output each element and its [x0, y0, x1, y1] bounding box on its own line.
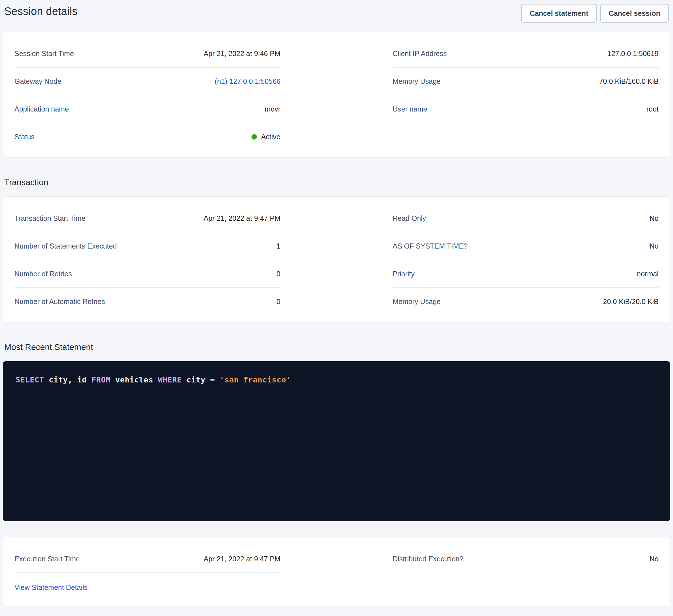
row-value: 127.0.0.1:50619 [607, 49, 659, 58]
row-label: Read Only [393, 214, 426, 223]
transaction-summary-card: Transaction Start Time Apr 21, 2022 at 9… [3, 197, 670, 322]
cancel-session-button[interactable]: Cancel session [600, 4, 669, 23]
row-label: Number of Retries [14, 270, 72, 278]
transaction-left-column: Transaction Start Time Apr 21, 2022 at 9… [14, 205, 280, 315]
row-value: root [646, 105, 659, 113]
row-value: No [650, 214, 659, 223]
row-label: Distributed Execution? [393, 555, 463, 563]
row-label: Priority [393, 270, 415, 278]
view-statement-details-row: View Statement Details [14, 573, 280, 594]
session-details-page: Session details Cancel statement Cancel … [0, 0, 673, 616]
view-statement-details-link[interactable]: View Statement Details [14, 583, 87, 591]
sql-statement-code: SELECT city, id FROM vehicles WHERE city… [16, 375, 657, 385]
row-value: Apr 21, 2022 at 9:46 PM [204, 49, 280, 58]
row-label: Transaction Start Time [14, 214, 85, 223]
row-label: Status [14, 132, 35, 141]
row-value: 20.0 KiB/20.0 KiB [603, 297, 659, 306]
row-value: movr [264, 105, 280, 113]
session-summary-card: Session Start Time Apr 21, 2022 at 9:46 … [3, 32, 670, 158]
summary-row-transaction-start-time: Transaction Start Time Apr 21, 2022 at 9… [14, 205, 280, 232]
sql-token-keyword: FROM [91, 375, 110, 384]
summary-row-priority: Priority normal [393, 260, 659, 288]
row-value: Apr 21, 2022 at 9:47 PM [204, 214, 280, 223]
session-status: Active [251, 132, 280, 141]
summary-row-statements-executed: Number of Statements Executed 1 [14, 232, 280, 260]
sql-token-plain: vehicles [110, 375, 158, 384]
page-title: Session details [4, 4, 77, 19]
summary-row-user-name: User name root [393, 95, 659, 122]
row-value: No [650, 555, 659, 563]
transaction-summary-grid: Transaction Start Time Apr 21, 2022 at 9… [3, 197, 670, 322]
row-label: Gateway Node [14, 77, 61, 85]
summary-row-distributed-execution: Distributed Execution? No [393, 545, 659, 572]
sql-token-keyword: WHERE [158, 375, 182, 384]
row-value: normal [637, 270, 659, 278]
row-value: 0 [276, 270, 280, 278]
row-label: AS OF SYSTEM TIME? [393, 242, 468, 250]
session-summary-left-column: Session Start Time Apr 21, 2022 at 9:46 … [14, 40, 280, 150]
summary-row-number-of-retries: Number of Retries 0 [14, 260, 280, 288]
session-summary-grid: Session Start Time Apr 21, 2022 at 9:46 … [3, 32, 670, 157]
row-value: Apr 21, 2022 at 9:47 PM [204, 555, 280, 563]
sql-token-string: 'san francisco' [220, 375, 291, 384]
execution-left-column: Execution Start Time Apr 21, 2022 at 9:4… [14, 545, 280, 594]
row-label: User name [393, 105, 427, 113]
summary-row-client-ip: Client IP Address 127.0.0.1:50619 [393, 40, 659, 68]
summary-row-execution-start-time: Execution Start Time Apr 21, 2022 at 9:4… [14, 545, 280, 573]
most-recent-statement-heading: Most Recent Statement [4, 342, 669, 352]
row-label: Client IP Address [393, 49, 447, 58]
status-active-dot-icon [251, 134, 257, 139]
execution-right-column: Distributed Execution? No [393, 545, 659, 572]
transaction-section-heading: Transaction [4, 177, 669, 188]
status-badge: Active [261, 132, 280, 141]
summary-row-as-of-system-time: AS OF SYSTEM TIME? No [393, 232, 659, 260]
page-header: Session details Cancel statement Cancel … [3, 4, 670, 23]
row-value: 1 [276, 242, 280, 250]
row-label: Application name [14, 105, 69, 113]
header-actions: Cancel statement Cancel session [521, 4, 669, 23]
row-label: Memory Usage [393, 297, 441, 306]
summary-row-read-only: Read Only No [393, 205, 659, 232]
row-label: Number of Statements Executed [14, 242, 117, 250]
row-label: Memory Usage [393, 77, 441, 85]
summary-row-status: Status Active [14, 123, 280, 150]
gateway-node-link[interactable]: (n1) 127.0.0.1:50566 [215, 77, 280, 85]
row-label: Session Start Time [14, 49, 74, 58]
sql-token-plain: city, id [44, 375, 92, 384]
cancel-statement-button[interactable]: Cancel statement [521, 4, 597, 23]
row-label: Execution Start Time [14, 555, 80, 563]
row-value: 0 [276, 297, 280, 306]
summary-row-application-name: Application name movr [14, 95, 280, 123]
summary-row-transaction-memory-usage: Memory Usage 20.0 KiB/20.0 KiB [393, 288, 659, 315]
row-value: No [650, 242, 659, 250]
execution-summary-grid: Execution Start Time Apr 21, 2022 at 9:4… [3, 537, 670, 606]
summary-row-session-start-time: Session Start Time Apr 21, 2022 at 9:46 … [14, 40, 280, 68]
sql-token-plain: city = [182, 375, 220, 384]
summary-row-gateway-node: Gateway Node (n1) 127.0.0.1:50566 [14, 68, 280, 95]
execution-summary-card: Execution Start Time Apr 21, 2022 at 9:4… [3, 537, 670, 606]
sql-token-keyword: SELECT [16, 375, 44, 384]
summary-row-session-memory-usage: Memory Usage 70.0 KiB/160.0 KiB [393, 68, 659, 95]
row-value: 70.0 KiB/160.0 KiB [599, 77, 659, 85]
row-label: Number of Automatic Retries [14, 297, 105, 306]
transaction-right-column: Read Only No AS OF SYSTEM TIME? No Prior… [393, 205, 659, 315]
summary-row-automatic-retries: Number of Automatic Retries 0 [14, 288, 280, 315]
session-summary-right-column: Client IP Address 127.0.0.1:50619 Memory… [393, 40, 659, 122]
sql-statement-box: SELECT city, id FROM vehicles WHERE city… [3, 361, 670, 521]
